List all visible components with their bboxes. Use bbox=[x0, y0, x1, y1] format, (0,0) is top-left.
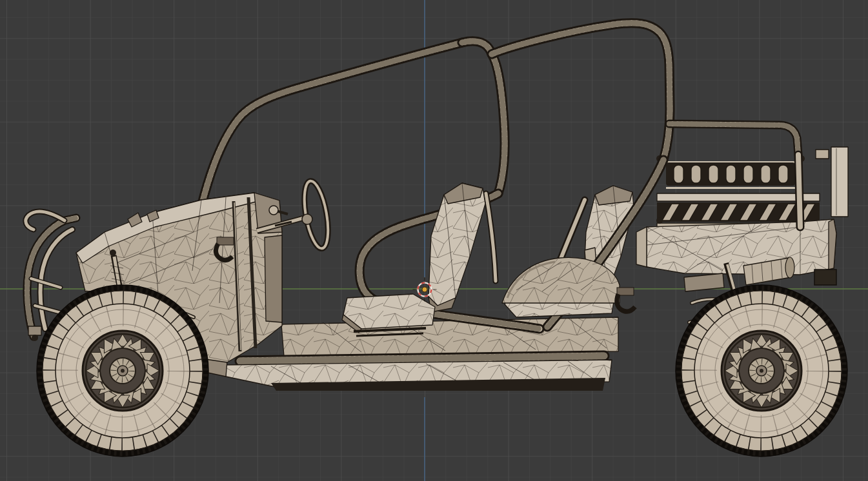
blender-viewport[interactable] bbox=[0, 0, 868, 481]
rear-wheel[interactable] bbox=[676, 285, 847, 456]
viewport-canvas[interactable] bbox=[0, 0, 868, 481]
cargo-bed[interactable] bbox=[636, 219, 836, 275]
front-wheel[interactable] bbox=[37, 285, 208, 456]
stalk-knob bbox=[269, 206, 278, 215]
